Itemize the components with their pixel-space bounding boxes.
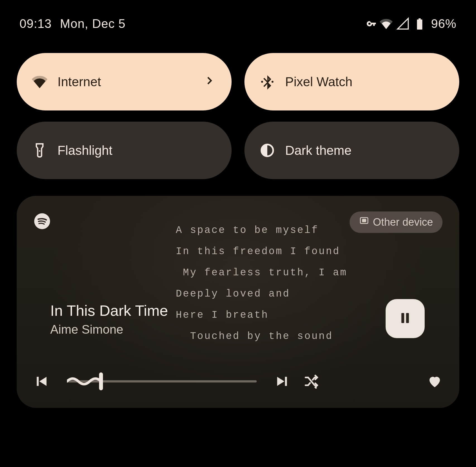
seek-thumb[interactable] (99, 372, 103, 390)
qs-flashlight-tile[interactable]: Flashlight (17, 122, 232, 179)
svg-point-0 (261, 81, 263, 83)
track-title: In This Dark Time (50, 302, 168, 319)
like-button[interactable] (427, 374, 443, 389)
status-time: 09:13 (20, 17, 52, 31)
qs-darktheme-tile[interactable]: Dark theme (244, 122, 459, 179)
previous-track-button[interactable] (33, 374, 49, 389)
play-pause-button[interactable] (386, 299, 425, 338)
svg-rect-10 (285, 377, 287, 386)
spotify-icon[interactable] (33, 213, 51, 230)
qs-bluetooth-tile[interactable]: Pixel Watch (244, 53, 459, 110)
seek-progress-wave (67, 375, 101, 387)
svg-rect-9 (37, 377, 39, 386)
wifi-icon (380, 17, 393, 30)
vpn-key-icon (363, 17, 376, 30)
cellular-icon (396, 17, 409, 30)
status-date: Mon, Dec 5 (60, 17, 126, 31)
bluetooth-connected-icon (259, 74, 275, 90)
battery-percentage: 96% (431, 17, 456, 31)
svg-point-11 (315, 387, 317, 389)
svg-rect-8 (406, 313, 409, 323)
dark-theme-icon (259, 143, 275, 158)
chevron-right-icon (204, 74, 215, 89)
shuffle-button[interactable] (304, 374, 319, 389)
pause-icon (398, 310, 413, 327)
seek-bar[interactable] (67, 373, 257, 390)
status-bar: 09:13 Mon, Dec 5 96% (17, 17, 459, 53)
quick-settings-grid: Internet Pixel Watch Flashlight Dark the… (17, 53, 459, 179)
output-device-label: Other device (373, 216, 433, 228)
battery-icon (413, 17, 426, 30)
output-device-chip[interactable]: Other device (350, 211, 443, 233)
svg-rect-6 (362, 219, 366, 222)
cast-icon (359, 216, 369, 228)
next-track-button[interactable] (275, 374, 290, 389)
flashlight-icon (32, 143, 47, 158)
qs-darktheme-label: Dark theme (285, 143, 443, 158)
qs-internet-tile[interactable]: Internet (17, 53, 232, 110)
wifi-icon (32, 74, 47, 90)
track-artist: Aime Simone (50, 322, 168, 336)
qs-bluetooth-label: Pixel Watch (285, 74, 443, 89)
qs-flashlight-label: Flashlight (57, 143, 215, 158)
svg-point-1 (271, 81, 273, 83)
qs-internet-label: Internet (57, 74, 194, 89)
media-player-card: A space to be myself In this freedom I f… (17, 196, 459, 408)
svg-rect-7 (402, 313, 404, 323)
